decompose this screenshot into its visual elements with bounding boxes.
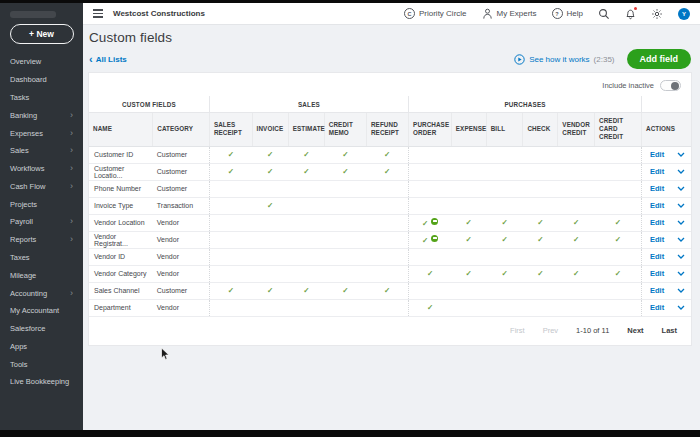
pagination-last[interactable]: Last [662,326,677,335]
sidebar-item-label: My Accountant [10,306,59,315]
usage-cell: ✓ [324,163,366,180]
chevron-down-icon[interactable] [677,237,685,242]
sidebar-item-salesforce[interactable]: Salesforce [0,320,83,338]
group-purchases: PURCHASES [409,96,642,113]
sidebar-item-expenses[interactable]: Expenses› [0,124,83,142]
back-to-all-lists-link[interactable]: ‹ All Lists [89,55,127,64]
priority-circle-button[interactable]: C Priority Circle [404,8,467,19]
sidebar-item-tasks[interactable]: Tasks [0,89,83,107]
sidebar-item-cash-flow[interactable]: Cash Flow› [0,177,83,195]
sidebar-item-overview[interactable]: Overview [0,53,83,71]
usage-cell [558,180,595,197]
pagination-first[interactable]: First [510,326,525,335]
edit-button[interactable]: Edit [650,201,664,210]
sidebar-nav: OverviewDashboardTasksBanking›Expenses›S… [0,53,83,391]
help-button[interactable]: ? Help [552,8,583,19]
page-header: Custom fields ‹ All Lists See how it wor… [83,25,700,69]
sidebar-item-tools[interactable]: Tools [0,355,83,373]
menu-icon[interactable] [93,9,103,17]
field-category: Customer [153,180,210,197]
chevron-down-icon[interactable] [677,152,685,157]
edit-button[interactable]: Edit [650,218,664,227]
sidebar-item-live-bookkeeping[interactable]: Live Bookkeeping [0,373,83,391]
notifications-bell-icon[interactable] [625,8,636,20]
sidebar-item-reports[interactable]: Reports› [0,231,83,249]
table-row: Vendor IDVendorEdit [89,248,691,265]
include-inactive-toggle[interactable] [660,80,681,91]
sidebar-item-taxes[interactable]: Taxes [0,249,83,267]
chevron-right-icon: › [70,130,73,137]
user-avatar[interactable]: Y [678,8,690,20]
my-experts-button[interactable]: My Experts [482,8,537,20]
edit-button[interactable]: Edit [650,252,664,261]
sidebar-item-projects[interactable]: Projects [0,195,83,213]
chevron-down-icon[interactable] [677,271,685,276]
gear-icon[interactable] [651,8,663,20]
chevron-down-icon[interactable] [677,186,685,191]
edit-button[interactable]: Edit [650,286,664,295]
usage-cell [288,214,324,231]
column-header-actions: ACTIONS [642,113,691,147]
usage-cell: ✓ [209,146,252,163]
column-header-vendor-credit: VENDOR CREDIT [558,113,595,147]
chevron-down-icon[interactable] [677,203,685,208]
usage-cell [451,180,486,197]
priority-circle-icon: C [404,8,415,19]
sidebar-item-banking[interactable]: Banking› [0,106,83,124]
check-icon: ✓ [537,269,543,278]
pagination-prev[interactable]: Prev [543,326,558,335]
sidebar-item-sales[interactable]: Sales› [0,142,83,160]
sidebar-item-label: Sales [10,146,29,155]
pagination-range: 1-10 of 11 [576,326,609,335]
usage-cell [486,248,523,265]
check-icon: ✓ [573,235,579,244]
column-header-name: NAME [89,113,153,147]
chevron-down-icon[interactable] [677,305,685,310]
add-field-button[interactable]: Add field [627,49,692,69]
new-button[interactable]: + New [10,24,74,44]
field-name: Invoice Type [89,197,153,214]
usage-cell: ✓ [409,299,452,316]
actions-cell: Edit [642,248,691,265]
actions-cell: Edit [642,214,691,231]
sidebar-item-dashboard[interactable]: Dashboard [0,71,83,89]
edit-button[interactable]: Edit [650,235,664,244]
chevron-down-icon[interactable] [677,254,685,259]
usage-cell [252,299,288,316]
usage-cell [252,231,288,248]
usage-cell [523,299,558,316]
chevron-down-icon[interactable] [677,169,685,174]
usage-cell: ✓ [558,214,595,231]
edit-button[interactable]: Edit [650,303,664,312]
sidebar-item-apps[interactable]: Apps [0,338,83,356]
sidebar-item-workflows[interactable]: Workflows› [0,160,83,178]
edit-button[interactable]: Edit [650,167,664,176]
usage-cell [409,146,452,163]
usage-cell [288,299,324,316]
usage-cell [324,197,366,214]
chevron-left-icon: ‹ [89,55,93,63]
sidebar-item-payroll[interactable]: Payroll› [0,213,83,231]
pagination-next[interactable]: Next [627,326,643,335]
usage-cell [486,282,523,299]
usage-cell: ✓ [324,282,366,299]
sidebar-item-my-accountant[interactable]: My Accountant [0,302,83,320]
edit-button[interactable]: Edit [650,150,664,159]
sidebar-item-mileage[interactable]: Mileage [0,266,83,284]
check-icon: ✓ [615,218,621,227]
usage-cell [595,197,642,214]
search-icon[interactable] [598,8,610,20]
table-row: Customer IDCustomer✓✓✓✓✓Edit [89,146,691,163]
usage-cell [523,248,558,265]
edit-button[interactable]: Edit [650,184,664,193]
edit-button[interactable]: Edit [650,269,664,278]
see-how-it-works-link[interactable]: See how it works (2:35) [514,54,614,65]
usage-cell [451,163,486,180]
chevron-down-icon[interactable] [677,220,685,225]
column-header-refund-receipt: REFUND RECEIPT [366,113,408,147]
column-header-expense: EXPENSE [451,113,486,147]
play-icon [514,54,525,65]
usage-cell [558,163,595,180]
chevron-down-icon[interactable] [677,288,685,293]
sidebar-item-accounting[interactable]: Accounting› [0,284,83,302]
